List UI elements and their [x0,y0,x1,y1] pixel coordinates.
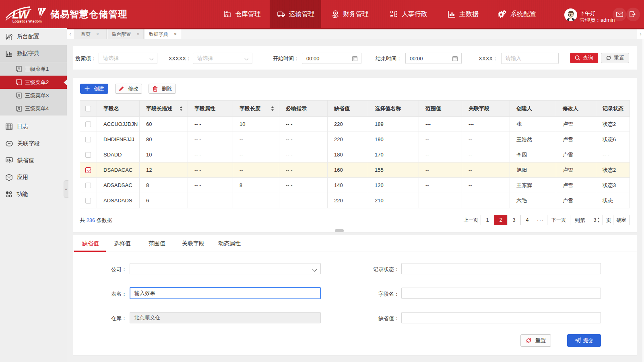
svg-text:Logistics Wisdom: Logistics Wisdom [12,19,42,23]
